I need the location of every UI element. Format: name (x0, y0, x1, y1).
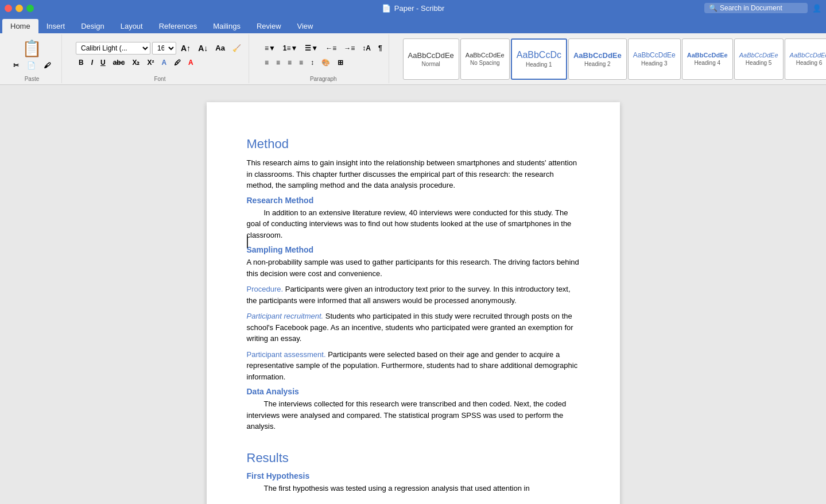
style-normal-label: Normal (422, 61, 440, 67)
ribbon: 📋 ✂ 📄 🖌 Paste Calibri Light (... 16 (0, 33, 826, 85)
close-button[interactable] (5, 5, 12, 12)
tab-mailings[interactable]: Mailings (205, 19, 249, 33)
document-page: Method This research aims to gain insigh… (207, 102, 620, 504)
style-heading3[interactable]: AaBbCcDdEe Heading 3 (628, 38, 681, 80)
document-area[interactable]: Method This research aims to gain insigh… (0, 85, 826, 504)
style-nospacing[interactable]: AaBbCcDdEe No Spacing (460, 38, 510, 80)
heading-method: Method (247, 137, 580, 152)
paragraph-group-label: Paragraph (262, 75, 385, 82)
paste-icon[interactable]: 📋 (22, 39, 42, 58)
tab-review[interactable]: Review (249, 19, 289, 33)
show-marks-button[interactable]: ¶ (375, 42, 385, 55)
align-row: ≡ ≡ ≡ ≡ ↕ 🎨 ⊞ (262, 56, 385, 69)
line-spacing-button[interactable]: ↕ (308, 56, 317, 69)
para-data-analysis: The interviews collected for this resear… (247, 398, 580, 432)
para-research-method: In addition to an extensive literature r… (247, 207, 580, 241)
increase-indent-button[interactable]: →≡ (341, 42, 358, 55)
sort-button[interactable]: ↕A (359, 42, 374, 55)
title-bar: 📄 Paper - Scribbr 🔍 Search in Document 👤 (0, 0, 826, 16)
clear-format-button[interactable]: 🧹 (230, 42, 244, 55)
align-center-button[interactable]: ≡ (273, 56, 283, 69)
font-color-A-button[interactable]: A (158, 56, 169, 69)
subheading-data-analysis: Data Analysis (247, 387, 580, 396)
para-procedure: Procedure. Participants were given an in… (247, 284, 580, 306)
tab-references[interactable]: References (151, 19, 205, 33)
styles-group: AaBbCcDdEe Normal AaBbCcDdEe No Spacing … (398, 34, 826, 83)
font-group-label: Font (75, 75, 245, 82)
subheading-sampling-method: Sampling Method (247, 245, 580, 254)
strikethrough-button[interactable]: abc (110, 56, 128, 69)
subheading-research-method: Research Method (247, 196, 580, 205)
tab-layout[interactable]: Layout (113, 19, 151, 33)
subheading-procedure: Procedure. (247, 285, 284, 293)
tab-insert[interactable]: Insert (38, 19, 73, 33)
style-heading6-label: Heading 6 (796, 60, 823, 66)
search-bar[interactable]: 🔍 Search in Document (704, 3, 808, 13)
style-heading6[interactable]: AaBbCcDdEe Heading 6 (785, 38, 826, 80)
multilevel-button[interactable]: ☰▼ (302, 42, 321, 55)
minimize-button[interactable] (15, 5, 23, 12)
font-shrink-button[interactable]: A↓ (195, 42, 211, 55)
bold-button[interactable]: B (76, 56, 87, 69)
shading-button[interactable]: 🎨 (319, 56, 333, 69)
tab-view[interactable]: View (289, 19, 321, 33)
style-heading1-label: Heading 1 (526, 61, 552, 68)
font-group: Calibri Light (... 16 A↑ A↓ Aa 🧹 B I U a… (71, 34, 249, 83)
justify-button[interactable]: ≡ (296, 56, 306, 69)
subheading-first-hypothesis: First Hypothesis (247, 471, 580, 480)
numbering-button[interactable]: 1≡▼ (280, 42, 301, 55)
style-heading4-label: Heading 4 (694, 60, 720, 66)
search-icon: 🔍 (709, 4, 718, 12)
style-heading2-label: Heading 2 (584, 61, 611, 67)
align-left-button[interactable]: ≡ (262, 56, 272, 69)
subheading-assessment: Participant assessment. (247, 350, 326, 359)
style-heading5-label: Heading 5 (746, 60, 772, 66)
cut-button[interactable]: ✂ (10, 59, 22, 72)
para-procedure-text: Participants were given an introductory … (247, 285, 571, 305)
paste-section: 📋 ✂ 📄 🖌 (6, 37, 58, 74)
superscript-button[interactable]: X² (144, 56, 157, 69)
style-normal[interactable]: AaBbCcDdEe Normal (403, 38, 459, 80)
style-heading4[interactable]: AaBbCcDdEe Heading 4 (682, 38, 733, 80)
text-cursor (247, 235, 248, 248)
bullets-button[interactable]: ≡▼ (262, 42, 278, 55)
align-right-button[interactable]: ≡ (285, 56, 294, 69)
list-row: ≡▼ 1≡▼ ☰▼ ←≡ →≡ ↕A ¶ (262, 42, 385, 55)
tab-home[interactable]: Home (2, 19, 38, 33)
paste-group-content: 📋 ✂ 📄 🖌 (6, 36, 58, 75)
font-color-button[interactable]: A (185, 56, 196, 69)
italic-button[interactable]: I (88, 56, 96, 69)
para-intro: This research aims to gain insight into … (247, 157, 580, 191)
style-heading1[interactable]: AaBbCcDc Heading 1 (511, 38, 567, 80)
font-grow-button[interactable]: A↑ (178, 42, 193, 55)
paragraph-group-content: ≡▼ 1≡▼ ☰▼ ←≡ →≡ ↕A ¶ ≡ ≡ ≡ ≡ ↕ 🎨 ⊞ (262, 36, 385, 75)
font-name-select[interactable]: Calibri Light (... (76, 42, 150, 55)
window-title: Paper - Scribbr (394, 4, 444, 13)
underline-button[interactable]: U (98, 56, 108, 69)
font-group-content: Calibri Light (... 16 A↑ A↓ Aa 🧹 B I U a… (75, 36, 245, 75)
style-normal-preview: AaBbCcDdEe (408, 51, 454, 60)
title-bar-user-icon[interactable]: 👤 (812, 4, 821, 13)
borders-button[interactable]: ⊞ (335, 56, 346, 69)
maximize-button[interactable] (26, 5, 34, 12)
copy-button[interactable]: 📄 (24, 59, 38, 72)
tab-design[interactable]: Design (73, 19, 112, 33)
style-heading3-label: Heading 3 (641, 60, 668, 67)
text-highlight-button[interactable]: 🖊 (171, 56, 184, 69)
style-heading2-preview: AaBbCcDdEe (573, 51, 622, 60)
style-heading5[interactable]: AaBbCcDdEe Heading 5 (734, 38, 784, 80)
subscript-button[interactable]: X₂ (129, 56, 142, 69)
decrease-indent-button[interactable]: ←≡ (323, 42, 339, 55)
format-painter-button[interactable]: 🖌 (41, 59, 53, 72)
paste-label: Paste (6, 75, 58, 82)
style-nospacing-preview: AaBbCcDdEe (466, 52, 505, 59)
paragraph-format-group: ≡▼ 1≡▼ ☰▼ ←≡ →≡ ↕A ¶ ≡ ≡ ≡ ≡ ↕ 🎨 ⊞ (262, 42, 385, 69)
font-name-row: Calibri Light (... 16 A↑ A↓ Aa 🧹 (76, 42, 244, 55)
change-case-button[interactable]: Aa (212, 42, 228, 55)
para-recruitment: Participant recruitment. Students who pa… (247, 311, 580, 344)
font-size-select[interactable]: 16 (152, 42, 176, 55)
style-nospacing-label: No Spacing (470, 60, 500, 66)
heading-results: Results (247, 451, 580, 466)
style-heading2[interactable]: AaBbCcDdEe Heading 2 (568, 38, 627, 80)
title-bar-right: 🔍 Search in Document 👤 (704, 3, 821, 13)
